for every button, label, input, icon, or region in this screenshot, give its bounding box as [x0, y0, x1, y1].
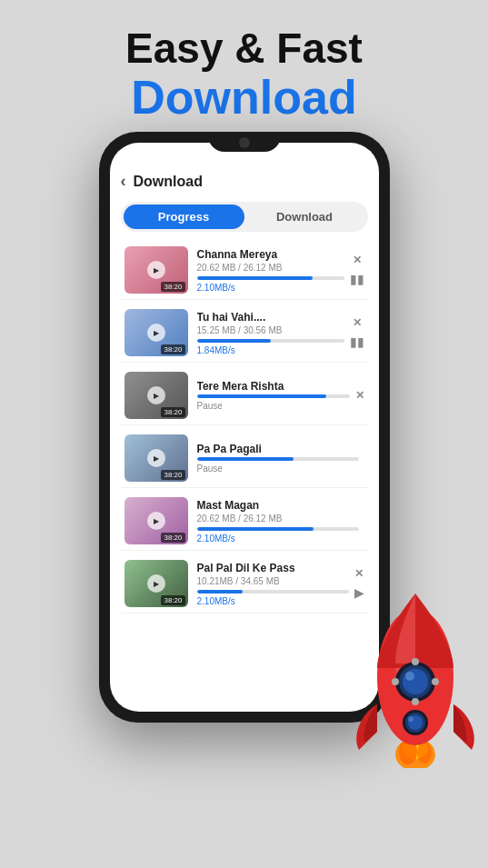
play-icon[interactable]: ▶ — [147, 386, 165, 404]
progress-bar-fill — [197, 276, 314, 280]
item-info: Pa Pa Pagali Pause — [197, 443, 359, 474]
item-action: ✕ — [355, 389, 364, 402]
play-icon[interactable]: ▶ — [147, 574, 165, 593]
thumbnail: ▶ 38:20 — [124, 497, 188, 544]
item-action: ✕ ▮▮ — [350, 316, 364, 349]
thumb-duration: 38:20 — [161, 344, 184, 354]
thumb-duration: 38:20 — [161, 282, 184, 292]
progress-bar-fill — [197, 457, 294, 461]
progress-bar-fill — [197, 527, 314, 531]
phone-screen: ‹ Download Progress Download ▶ 38:20 — [110, 143, 379, 712]
download-item: ▶ 38:20 Tu hai Vahi.... 15.25 MB / 30.56… — [121, 304, 368, 363]
play-icon[interactable]: ▶ — [147, 261, 165, 279]
header-line1: Easy & Fast — [0, 25, 488, 72]
tab-progress[interactable]: Progress — [124, 205, 244, 229]
svg-point-10 — [412, 698, 419, 705]
svg-point-13 — [405, 672, 414, 681]
thumb-duration: 38:20 — [161, 595, 184, 605]
progress-bar-bg — [197, 276, 344, 280]
thumbnail: ▶ 38:20 — [124, 560, 188, 607]
phone-notch — [208, 132, 281, 152]
item-info: Channa Mereya 20.62 MB / 26.12 MB 2.10MB… — [197, 248, 344, 293]
pause-button[interactable]: ▮▮ — [350, 334, 364, 349]
item-speed: 1.84MB/s — [197, 345, 344, 355]
download-item: ▶ 38:20 Channa Mereya 20.62 MB / 26.12 M… — [121, 241, 368, 300]
item-title: Tere Mera Rishta — [197, 380, 350, 393]
download-item: ▶ 38:20 Mast Magan 20.62 MB / 26.12 MB 2… — [121, 492, 368, 551]
item-status: Pause — [197, 464, 359, 474]
play-icon[interactable]: ▶ — [147, 449, 165, 467]
close-button[interactable]: ✕ — [353, 316, 362, 329]
header: Easy & Fast Download — [0, 0, 488, 124]
thumbnail: ▶ 38:20 — [124, 246, 188, 294]
item-size: 15.25 MB / 30.56 MB — [197, 325, 344, 335]
item-title: Channa Mereya — [197, 248, 344, 261]
item-info: Tere Mera Rishta Pause — [197, 380, 350, 411]
item-title: Pal Pal Dil Ke Pass — [197, 562, 349, 574]
play-icon[interactable]: ▶ — [147, 512, 165, 530]
back-button[interactable]: ‹ — [121, 172, 126, 191]
item-size: 10.21MB / 34.65 MB — [197, 576, 349, 586]
item-size: 20.62 MB / 26.12 MB — [197, 263, 344, 273]
progress-bar-fill — [197, 590, 243, 594]
header-line2: Download — [0, 72, 488, 124]
item-speed: 2.10MB/s — [197, 596, 349, 606]
item-status: Pause — [197, 401, 350, 411]
thumb-duration: 38:20 — [161, 407, 184, 417]
item-size: 20.62 MB / 26.12 MB — [197, 514, 359, 524]
download-item: ▶ 38:20 Pa Pa Pagali Pause — [121, 429, 368, 488]
screen-title: Download — [134, 174, 203, 190]
item-title: Pa Pa Pagali — [197, 443, 359, 455]
progress-bar-fill — [197, 339, 271, 343]
item-speed: 2.10MB/s — [197, 283, 344, 293]
play-icon[interactable]: ▶ — [147, 324, 165, 342]
svg-point-3 — [417, 742, 432, 763]
svg-point-12 — [432, 678, 439, 685]
svg-point-17 — [408, 716, 413, 722]
download-list: ▶ 38:20 Channa Mereya 20.62 MB / 26.12 M… — [121, 241, 368, 614]
thumb-duration: 38:20 — [161, 470, 184, 480]
item-title: Mast Magan — [197, 499, 359, 512]
svg-point-9 — [412, 658, 419, 665]
item-info: Pal Pal Dil Ke Pass 10.21MB / 34.65 MB 2… — [197, 562, 349, 606]
download-item: ▶ 38:20 Tere Mera Rishta Pause ✕ — [121, 366, 368, 425]
close-button[interactable]: ✕ — [353, 254, 362, 266]
close-button[interactable]: ✕ — [355, 389, 364, 402]
progress-bar-bg — [197, 527, 359, 531]
thumbnail: ▶ 38:20 — [124, 434, 188, 482]
item-title: Tu hai Vahi.... — [197, 311, 344, 324]
phone-camera — [239, 137, 250, 148]
progress-bar-bg — [197, 590, 349, 594]
progress-bar-bg — [197, 339, 344, 343]
pause-button[interactable]: ▮▮ — [350, 272, 364, 286]
thumbnail: ▶ 38:20 — [124, 372, 188, 419]
tab-bar: Progress Download — [121, 202, 368, 232]
item-action: ✕ ▮▮ — [350, 254, 364, 286]
download-item: ▶ 38:20 Pal Pal Dil Ke Pass 10.21MB / 34… — [121, 554, 368, 614]
progress-bar-bg — [197, 457, 359, 461]
screen-header: ‹ Download — [121, 172, 368, 191]
rocket-container — [343, 577, 488, 777]
item-info: Mast Magan 20.62 MB / 26.12 MB 2.10MB/s — [197, 499, 359, 544]
progress-bar-fill — [197, 394, 327, 398]
thumbnail: ▶ 38:20 — [124, 309, 188, 356]
item-speed: 2.10MB/s — [197, 534, 359, 544]
thumb-duration: 38:20 — [161, 533, 184, 543]
item-info: Tu hai Vahi.... 15.25 MB / 30.56 MB 1.84… — [197, 311, 344, 355]
svg-point-8 — [403, 669, 428, 694]
svg-point-11 — [392, 678, 399, 685]
progress-bar-bg — [197, 394, 350, 398]
tab-download[interactable]: Download — [244, 205, 365, 229]
